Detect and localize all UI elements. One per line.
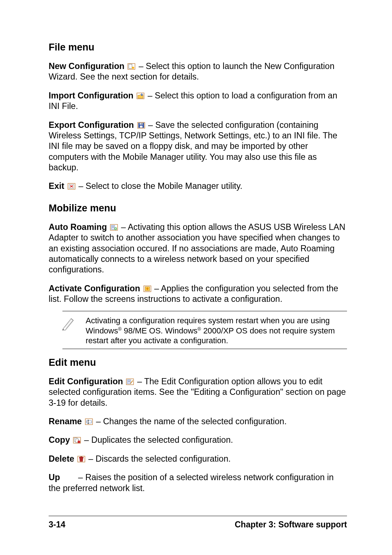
up-paragraph: Up– Raises the position of a selected wi… <box>49 472 347 494</box>
svg-rect-12 <box>111 225 115 229</box>
new-config-icon <box>127 63 135 70</box>
up-label: Up <box>49 473 60 482</box>
svg-rect-17 <box>127 380 131 384</box>
edit-menu-heading: Edit menu <box>49 357 347 368</box>
exit-text: – Select to close the Mobile Manager uti… <box>76 181 242 191</box>
import-config-icon <box>136 93 144 99</box>
activate-config-icon <box>143 285 151 292</box>
edit-config-label: Edit Configuration <box>49 377 125 386</box>
up-text: – Raises the position of a selected wire… <box>49 473 334 493</box>
auto-roaming-label: Auto Roaming <box>49 222 109 232</box>
delete-text: – Discards the selected configuration. <box>86 454 230 463</box>
copy-text: – Duplicates the selected configuration. <box>82 435 233 445</box>
delete-paragraph: Delete – Discards the selected configura… <box>49 454 347 464</box>
page-content: File menu New Configuration – Select thi… <box>49 42 347 494</box>
svg-rect-23 <box>78 441 80 443</box>
export-config-label: Export Configuration <box>49 120 136 130</box>
exit-icon <box>68 183 75 190</box>
delete-label: Delete <box>49 454 77 463</box>
svg-rect-8 <box>141 123 142 124</box>
copy-label: Copy <box>49 435 72 445</box>
activate-config-paragraph: Activate Configuration – Applies the con… <box>49 283 347 305</box>
svg-rect-7 <box>140 125 142 127</box>
rename-paragraph: Rename – Changes the name of the selecte… <box>49 416 347 427</box>
activate-config-label: Activate Configuration <box>49 284 143 293</box>
file-menu-heading: File menu <box>49 42 347 53</box>
edit-config-paragraph: Edit Configuration – The Edit Configurat… <box>49 376 347 408</box>
note-text: Activating a configuration requires syst… <box>86 315 347 346</box>
exit-label: Exit <box>49 181 67 191</box>
new-config-label: New Configuration <box>49 61 127 71</box>
chapter-label: Chapter 3: Software support <box>235 520 347 530</box>
rename-text: – Changes the name of the selected confi… <box>94 417 287 426</box>
svg-rect-19 <box>86 421 91 423</box>
new-config-paragraph: New Configuration – Select this option t… <box>49 61 347 82</box>
export-config-icon <box>137 122 145 129</box>
copy-paragraph: Copy – Duplicates the selected configura… <box>49 435 347 445</box>
page-number: 3-14 <box>49 520 65 530</box>
delete-icon <box>77 456 85 462</box>
rename-icon <box>85 418 93 425</box>
edit-config-icon <box>126 378 134 385</box>
mobilize-menu-heading: Mobilize menu <box>49 203 347 214</box>
copy-icon <box>73 437 81 443</box>
rename-label: Rename <box>49 417 84 426</box>
page-footer: 3-14 Chapter 3: Software support <box>49 516 347 530</box>
pencil-icon <box>61 315 75 332</box>
svg-rect-26 <box>81 457 82 457</box>
import-config-label: Import Configuration <box>49 91 136 100</box>
svg-rect-6 <box>139 123 143 125</box>
note-box: Activating a configuration requires syst… <box>62 311 347 349</box>
import-config-paragraph: Import Configuration – Select this optio… <box>49 90 347 112</box>
exit-paragraph: Exit – Select to close the Mobile Manage… <box>49 181 347 191</box>
export-config-paragraph: Export Configuration – Save the selected… <box>49 120 347 173</box>
auto-roaming-paragraph: Auto Roaming – Activating this option al… <box>49 222 347 275</box>
auto-roaming-icon <box>110 224 118 231</box>
